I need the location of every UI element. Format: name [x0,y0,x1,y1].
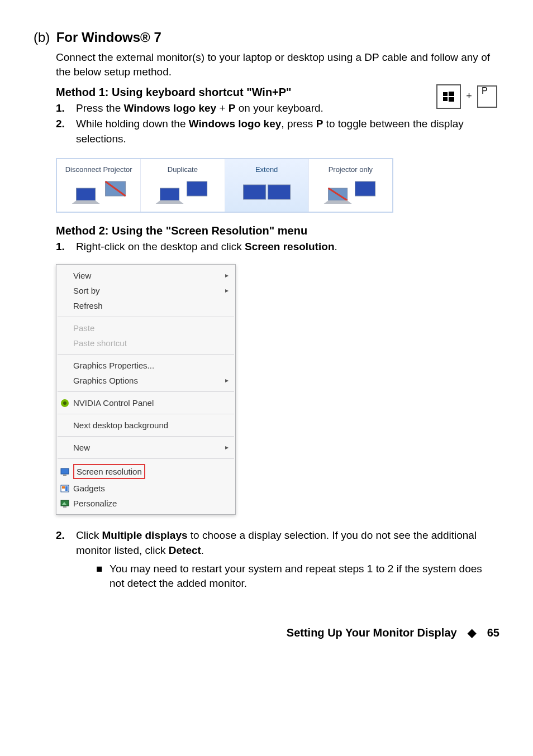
submenu-arrow-icon: ▸ [225,376,229,385]
menu-item-label: Graphics Options [73,375,138,386]
projector-option-label: Projector only [312,165,389,175]
duplicate-icon [144,179,221,206]
submenu-arrow-icon: ▸ [225,443,229,452]
step-number: 1. [56,240,76,255]
menu-item-label: Sort by [73,285,100,296]
note-text: You may need to restart your system and … [110,562,499,591]
page-number: 65 [487,626,499,639]
menu-item-next-desktop-background[interactable]: Next desktop background [56,418,235,433]
note-bullet: ■ You may need to restart your system an… [96,562,499,591]
step-body: Press the Windows logo key + P on your k… [76,101,429,116]
method2-heading: Method 2: Using the "Screen Resolution" … [56,223,499,238]
menu-divider [58,458,234,459]
svg-rect-8 [187,181,207,196]
menu-divider [58,414,234,414]
menu-divider [58,391,234,392]
note-bullet-list: ■ You may need to restart your system an… [96,562,499,591]
section-letter: (b) [34,28,50,47]
diamond-icon: ◆ [468,626,476,639]
laptop-only-icon [60,179,137,206]
footer-title: Setting Up Your Monitor Display [287,626,457,639]
square-bullet-icon: ■ [96,562,110,591]
svg-rect-19 [61,468,69,474]
svg-marker-16 [323,200,351,204]
svg-rect-26 [63,506,66,508]
projector-option-duplicate[interactable]: Duplicate [140,159,224,212]
svg-rect-1 [449,92,454,96]
menu-item-label: Next desktop background [73,419,168,431]
gadgets-icon [60,484,70,494]
highlighted-selection: Screen resolution [73,464,145,479]
step-body: Click Multiple displays to choose a disp… [76,528,499,591]
menu-item-paste-shortcut: Paste shortcut [56,336,235,351]
plus-icon: + [466,90,472,102]
method2-steps: 1. Right-click on the desktop and click … [56,240,499,255]
projector-option-projector-only[interactable]: Projector only [308,159,392,212]
page-footer: Setting Up Your Monitor Display ◆ 65 [34,625,499,640]
menu-item-label: Screen resolution [77,467,142,476]
menu-item-paste: Paste [56,320,235,336]
method1-heading: Method 1: Using keyboard shortcut "Win+P… [56,84,499,100]
nvidia-icon [60,398,70,408]
menu-divider [58,436,234,437]
menu-item-graphics-properties[interactable]: Graphics Properties... [56,358,235,373]
menu-item-sort-by[interactable]: Sort by ▸ [56,283,235,298]
menu-item-label: View [73,270,91,281]
step-number: 2. [56,528,76,591]
method2-step2: 2. Click Multiple displays to choose a d… [56,528,499,591]
projector-option-disconnect[interactable]: Disconnect Projector [57,159,140,212]
p-key-icon: P [477,85,497,108]
step-number: 1. [56,101,76,116]
projector-only-icon [312,179,389,206]
svg-rect-2 [443,97,448,101]
svg-rect-20 [63,475,66,476]
menu-item-gadgets[interactable]: Gadgets [56,481,235,496]
projector-option-label: Duplicate [144,165,221,175]
svg-rect-6 [77,188,96,200]
menu-item-graphics-options[interactable]: Graphics Options ▸ [56,373,235,388]
projector-option-label: Extend [229,165,305,175]
projector-option-label: Disconnect Projector [60,165,137,175]
svg-rect-9 [160,188,179,200]
svg-rect-3 [449,97,454,102]
extend-icon [229,179,305,206]
method2-step1: 1. Right-click on the desktop and click … [56,240,499,255]
menu-item-label: Paste [73,322,94,334]
svg-rect-23 [65,486,68,491]
desktop-context-menu: View ▸ Sort by ▸ Refresh Paste Paste sho… [56,264,236,515]
section-header: (b) For Windows® 7 [34,28,499,47]
step-body: While holding down the Windows logo key,… [76,117,499,146]
personalize-icon [60,499,70,509]
menu-item-nvidia-control-panel[interactable]: NVIDIA Control Panel [56,395,235,410]
svg-marker-10 [156,200,184,204]
menu-item-refresh[interactable]: Refresh [56,298,235,313]
svg-rect-11 [243,185,265,199]
section-title: For Windows® 7 [56,30,161,45]
menu-item-label: Paste shortcut [73,337,127,349]
svg-marker-7 [72,200,100,204]
projector-toggle-panel: Disconnect Projector Duplicate Extend [56,158,393,213]
menu-item-view[interactable]: View ▸ [56,268,235,283]
menu-item-new[interactable]: New ▸ [56,440,235,455]
windows-key-icon [436,84,461,109]
menu-item-label: Personalize [73,497,117,509]
svg-rect-0 [443,92,448,96]
screen-resolution-icon [60,467,70,477]
method1-steps: 1. Press the Windows logo key + P on you… [56,101,499,147]
svg-point-18 [63,401,66,405]
svg-rect-22 [62,486,65,489]
method1-step1: 1. Press the Windows logo key + P on you… [56,101,429,116]
step-number: 2. [56,117,76,146]
method2-steps-cont: 2. Click Multiple displays to choose a d… [56,528,499,591]
menu-item-personalize[interactable]: Personalize [56,496,235,511]
menu-divider [58,354,234,355]
submenu-arrow-icon: ▸ [225,271,229,280]
win-p-keycaps: + P [434,84,499,109]
svg-rect-12 [268,185,290,199]
projector-option-extend[interactable]: Extend [225,159,308,212]
method1-step2: 2. While holding down the Windows logo k… [56,117,499,146]
menu-item-label: New [73,442,90,453]
menu-item-label: Graphics Properties... [73,360,154,371]
submenu-arrow-icon: ▸ [225,286,229,295]
menu-item-screen-resolution[interactable]: Screen resolution [56,462,235,481]
